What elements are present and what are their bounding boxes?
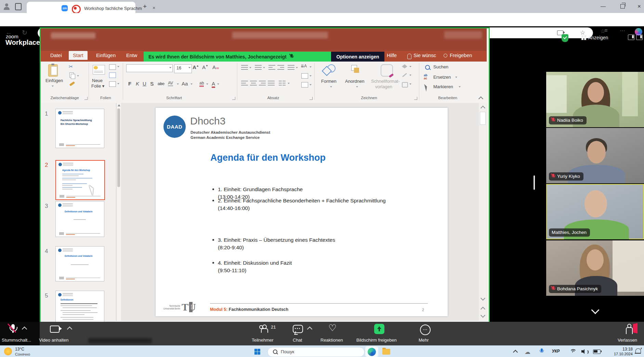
text-direction-icon[interactable]: ⇊A <box>301 64 307 68</box>
tab-einfuegen[interactable]: Einfügen <box>96 53 116 58</box>
font-dialog-launcher[interactable] <box>232 97 235 100</box>
character-spacing-button[interactable]: AV <box>168 81 173 86</box>
font-name-combo[interactable] <box>126 64 173 72</box>
copy-dropdown-icon[interactable] <box>77 75 79 77</box>
thumb-scroll-handle[interactable] <box>117 108 120 187</box>
select-dropdown-icon[interactable] <box>459 86 461 88</box>
strikethrough-button[interactable]: abe <box>158 81 165 86</box>
arrange-button[interactable]: Anordnen <box>345 79 364 84</box>
quick-styles-button-line2[interactable]: vorlagen <box>375 84 392 89</box>
start-button[interactable] <box>254 349 260 355</box>
grow-font-icon[interactable]: A▲ <box>193 64 199 70</box>
shapes-icon[interactable] <box>323 64 335 76</box>
clock[interactable]: 13:18 17.10.2024 <box>609 347 633 356</box>
new-slide-icon[interactable] <box>93 65 105 75</box>
security-shield-icon[interactable] <box>562 34 568 42</box>
bold-button[interactable]: F <box>128 81 131 87</box>
find-button[interactable]: Suchen <box>433 64 448 69</box>
shapes-dropdown-icon[interactable] <box>330 86 332 88</box>
scroll-up-icon[interactable] <box>479 104 485 110</box>
collapse-ribbon-icon[interactable] <box>478 96 483 101</box>
thumbnail-scrollbar[interactable] <box>116 103 121 321</box>
replace-dropdown-icon[interactable] <box>455 77 457 78</box>
video-tile-nadiia[interactable]: Nadiia Boiko <box>546 72 644 127</box>
thumb-scroll-up-icon[interactable] <box>118 104 120 106</box>
numbering-icon[interactable] <box>255 65 262 70</box>
line-spacing-dropdown-icon[interactable] <box>296 67 298 68</box>
new-slide-button-line2[interactable]: Folie ▾ <box>91 83 104 89</box>
text-direction-dropdown-icon[interactable] <box>310 66 312 68</box>
slide-thumbnail-4[interactable]: Definitionen und Vokabeln <box>55 246 104 281</box>
tray-expand-icon[interactable] <box>513 350 518 355</box>
tab-hilfe[interactable]: Hilfe <box>387 53 397 58</box>
italic-button[interactable]: K <box>136 81 139 87</box>
shrink-font-icon[interactable]: A▼ <box>202 64 208 70</box>
tab-close-icon[interactable]: × <box>153 5 155 11</box>
slide-thumbnail-3[interactable]: Definitionen und Vokabeln <box>55 201 104 237</box>
onedrive-icon[interactable]: ☁ <box>525 348 530 356</box>
columns-icon[interactable] <box>279 81 286 86</box>
new-slide-button-line1[interactable]: Neue <box>92 78 103 83</box>
language-indicator[interactable]: УКР <box>552 349 560 354</box>
slide-layout-icon[interactable] <box>109 64 116 70</box>
tab-sie-wuenschen[interactable]: Sie wünsc <box>413 53 436 58</box>
case-dropdown-icon[interactable] <box>190 83 193 85</box>
cut-icon[interactable]: ✂ <box>69 64 73 70</box>
shape-fill-icon[interactable] <box>402 64 407 68</box>
new-tab-button[interactable]: + <box>143 3 147 10</box>
layout-dropdown-icon[interactable] <box>117 66 119 67</box>
justify-icon[interactable] <box>268 81 275 86</box>
window-minimize-button[interactable]: — <box>601 3 606 9</box>
align-text-dropdown-icon[interactable] <box>310 75 312 77</box>
section-dropdown-icon[interactable] <box>117 83 119 84</box>
font-color-button[interactable]: A <box>212 81 215 88</box>
arrange-dropdown-icon[interactable] <box>356 86 358 88</box>
paragraph-dialog-launcher[interactable] <box>310 97 313 100</box>
panel-toggle-icon[interactable] <box>636 35 643 40</box>
quick-styles-icon[interactable] <box>381 64 393 77</box>
notification-bell-icon[interactable]: z <box>635 348 641 353</box>
shape-effects-dropdown-icon[interactable] <box>409 83 411 85</box>
section-icon[interactable] <box>109 81 116 87</box>
quick-styles-button-line1[interactable]: Schnellformat- <box>371 79 400 84</box>
video-tile-jochen-active[interactable]: Matthies, Jochen <box>546 184 644 239</box>
font-color-dropdown-icon[interactable] <box>217 83 219 85</box>
paste-icon[interactable] <box>48 64 58 77</box>
align-right-icon[interactable] <box>259 81 266 86</box>
clipboard-dialog-launcher[interactable] <box>84 97 88 100</box>
window-restore-button[interactable] <box>620 4 625 9</box>
shapes-button[interactable]: Formen <box>321 79 337 84</box>
find-icon[interactable] <box>425 65 430 70</box>
browser-tab[interactable]: zm Workshop fachliche Sprachm × <box>27 2 135 13</box>
bullets-dropdown-icon[interactable] <box>249 67 251 68</box>
wifi-icon[interactable] <box>570 349 576 354</box>
taskbar-search[interactable]: Пошук <box>267 347 365 357</box>
view-button[interactable]: Anzeigen <box>588 35 608 40</box>
banner-options-button[interactable]: Optionen anzeigen <box>331 52 384 62</box>
replace-icon[interactable]: ab ac <box>424 74 428 80</box>
browser-profile-icon[interactable] <box>3 3 10 10</box>
refresh-button-icon[interactable]: ↻ <box>22 29 27 37</box>
underline-button[interactable]: U <box>143 81 146 87</box>
chat-options-chevron[interactable] <box>307 327 313 332</box>
tab-start[interactable]: Start <box>69 51 88 60</box>
bullets-icon[interactable] <box>241 65 248 70</box>
paste-dropdown-icon[interactable] <box>52 85 54 87</box>
collections-icon[interactable]: ☆ <box>600 28 605 35</box>
change-case-button[interactable]: Aa <box>182 81 188 87</box>
video-options-chevron[interactable] <box>67 327 73 332</box>
numbering-dropdown-icon[interactable] <box>263 67 265 68</box>
smartart-dropdown-icon[interactable] <box>310 84 312 85</box>
align-text-icon[interactable] <box>301 73 308 79</box>
collapse-videos-button[interactable] <box>589 307 601 315</box>
highlight-dropdown-icon[interactable] <box>206 83 208 85</box>
replace-button[interactable]: Ersetzen <box>433 75 451 80</box>
slide-thumbnail-1[interactable]: Fachliche Sprachmittlung Ein Dhoch3-Work… <box>55 109 104 148</box>
columns-dropdown-icon[interactable] <box>288 83 290 84</box>
align-left-icon[interactable] <box>241 81 248 86</box>
format-painter-icon[interactable] <box>69 81 75 86</box>
line-spacing-icon[interactable] <box>288 65 294 70</box>
paste-button[interactable]: Einfügen <box>45 78 63 83</box>
reset-slide-icon[interactable] <box>109 72 116 78</box>
browser-menu-icon[interactable]: ⋯ <box>620 27 626 34</box>
